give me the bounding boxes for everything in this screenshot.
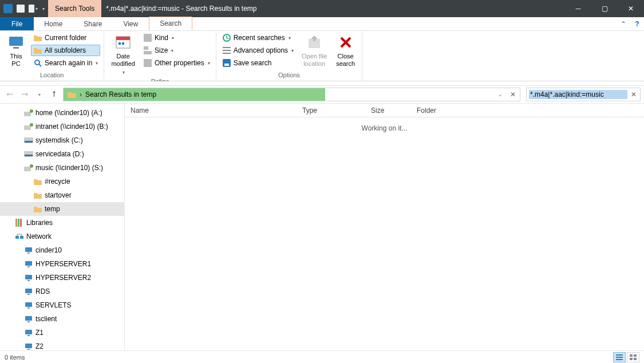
- recent-searches-button[interactable]: Recent searches▾: [220, 32, 296, 44]
- search-again-in-button[interactable]: Search again in▾: [31, 57, 100, 69]
- monitor-icon: [24, 273, 33, 282]
- svg-rect-20: [224, 64, 229, 66]
- search-box[interactable]: *.m4a|*.aac|kind:=music ✕: [526, 88, 641, 101]
- breadcrumb[interactable]: Search Results in temp: [85, 90, 156, 98]
- this-pc-button[interactable]: This PC: [3, 32, 29, 69]
- svg-rect-14: [144, 59, 152, 67]
- column-type[interactable]: Type: [297, 106, 365, 115]
- tree-item[interactable]: SERVLETS: [0, 298, 124, 312]
- details-view-button[interactable]: [613, 352, 626, 362]
- tree-item[interactable]: HYPERSERVER2: [0, 271, 124, 285]
- svg-rect-35: [15, 236, 19, 239]
- svg-rect-1: [17, 5, 25, 13]
- svg-point-31: [30, 164, 33, 168]
- tree-item[interactable]: Z2: [0, 340, 124, 350]
- tree-item[interactable]: intranet (\\cinder10) (B:): [0, 120, 124, 133]
- svg-rect-54: [616, 357, 623, 358]
- save-search-button[interactable]: Save search: [220, 57, 296, 69]
- close-button[interactable]: ✕: [618, 0, 644, 17]
- address-bar[interactable]: › Search Results in temp ⌄ ✕: [63, 88, 520, 101]
- size-button[interactable]: Size▾: [141, 45, 212, 56]
- navigation-pane: home (\\cinder10) (A:)intranet (\\cinder…: [0, 104, 125, 350]
- tree-item-label: #recycle: [45, 177, 70, 186]
- column-folder[interactable]: Folder: [411, 106, 480, 115]
- svg-rect-12: [144, 51, 152, 54]
- ribbon: This PC Current folder All subfolders Se…: [0, 31, 644, 81]
- current-folder-button[interactable]: Current folder: [31, 32, 100, 44]
- kind-button[interactable]: Kind▾: [141, 32, 212, 44]
- tab-file[interactable]: File: [0, 17, 34, 30]
- tree-item[interactable]: systemdisk (C:): [0, 133, 124, 147]
- svg-point-5: [35, 60, 39, 65]
- tree-item[interactable]: music (\\cinder10) (S:): [0, 161, 124, 175]
- column-name[interactable]: Name: [125, 106, 297, 115]
- svg-rect-33: [18, 219, 19, 227]
- close-search-label: Close search: [336, 53, 355, 68]
- tree-item[interactable]: #recycle: [0, 175, 124, 188]
- tree-item-label: home (\\cinder10) (A:): [35, 109, 102, 117]
- tree-item[interactable]: RDS: [0, 285, 124, 298]
- tree-item-label: HYPERSERVER1: [35, 260, 91, 268]
- subfolders-icon: [33, 46, 42, 55]
- ribbon-group-location: This PC Current folder All subfolders Se…: [0, 31, 104, 81]
- qat-btn-2[interactable]: ▾: [29, 4, 38, 13]
- tree-item-label: temp: [45, 205, 60, 213]
- stop-icon[interactable]: ✕: [508, 90, 517, 99]
- work-area: home (\\cinder10) (A:)intranet (\\cinder…: [0, 103, 644, 350]
- save-icon: [222, 58, 231, 68]
- svg-rect-37: [25, 247, 32, 252]
- advanced-options-button[interactable]: Advanced options▾: [220, 45, 296, 56]
- all-subfolders-button[interactable]: All subfolders: [31, 45, 100, 56]
- date-modified-button[interactable]: Date modified▾: [108, 32, 139, 77]
- close-search-button[interactable]: Close search: [333, 32, 358, 69]
- tree-item[interactable]: temp: [0, 202, 124, 216]
- qat-customize-icon[interactable]: ▾: [42, 6, 45, 11]
- help-icon[interactable]: ?: [630, 17, 644, 30]
- tab-home[interactable]: Home: [34, 17, 73, 30]
- disk-icon: [24, 149, 33, 159]
- tree-item-label: startover: [45, 191, 72, 199]
- maximize-button[interactable]: ▢: [591, 0, 618, 17]
- back-button[interactable]: 🡐: [3, 88, 16, 101]
- tree-item[interactable]: servicedata (D:): [0, 147, 124, 161]
- qat-btn-1[interactable]: [16, 4, 25, 13]
- recent-icon: [222, 33, 231, 42]
- tree-item[interactable]: Libraries: [0, 216, 124, 230]
- tree-item[interactable]: Z1: [0, 326, 124, 340]
- minimize-button[interactable]: ─: [565, 0, 591, 17]
- tab-share[interactable]: Share: [73, 17, 113, 30]
- column-size[interactable]: Size: [365, 106, 411, 115]
- collapse-ribbon-icon[interactable]: ⌃: [617, 17, 630, 30]
- svg-rect-47: [25, 316, 32, 321]
- recent-locations-icon[interactable]: ▾: [33, 88, 46, 101]
- netdrive-icon: [24, 163, 33, 172]
- search-query[interactable]: *.m4a|*.aac|kind:=music: [529, 90, 627, 99]
- tree-item-label: Z2: [35, 342, 44, 350]
- group-label-location: Location: [3, 71, 100, 80]
- tree-item[interactable]: HYPERSERVER1: [0, 257, 124, 271]
- svg-rect-42: [27, 280, 30, 281]
- tree-item[interactable]: tsclient: [0, 312, 124, 326]
- address-dropdown-icon[interactable]: ⌄: [496, 90, 505, 99]
- tree-item[interactable]: startover: [0, 188, 124, 202]
- tab-search[interactable]: Search: [149, 17, 192, 30]
- svg-rect-24: [24, 125, 31, 130]
- all-subfolders-label: All subfolders: [45, 46, 86, 54]
- svg-rect-46: [27, 307, 30, 309]
- tree-item[interactable]: cinder10: [0, 243, 124, 257]
- svg-rect-38: [27, 252, 30, 254]
- tree-item[interactable]: Network: [0, 230, 124, 243]
- tab-view[interactable]: View: [113, 17, 149, 30]
- clear-search-icon[interactable]: ✕: [630, 90, 638, 98]
- chevron-down-icon: ▾: [208, 61, 210, 66]
- tree-item[interactable]: home (\\cinder10) (A:): [0, 106, 124, 120]
- other-properties-button[interactable]: Other properties▾: [141, 57, 212, 69]
- up-button[interactable]: 🡑: [48, 88, 61, 101]
- folder-icon: [33, 177, 42, 186]
- list-icon: [222, 46, 231, 55]
- tree-item-label: Libraries: [26, 219, 53, 227]
- context-tab-search-tools[interactable]: Search Tools: [48, 0, 101, 17]
- svg-point-25: [30, 123, 33, 127]
- folder-tree[interactable]: home (\\cinder10) (A:)intranet (\\cinder…: [0, 104, 124, 350]
- thumbnails-view-button[interactable]: [627, 352, 639, 362]
